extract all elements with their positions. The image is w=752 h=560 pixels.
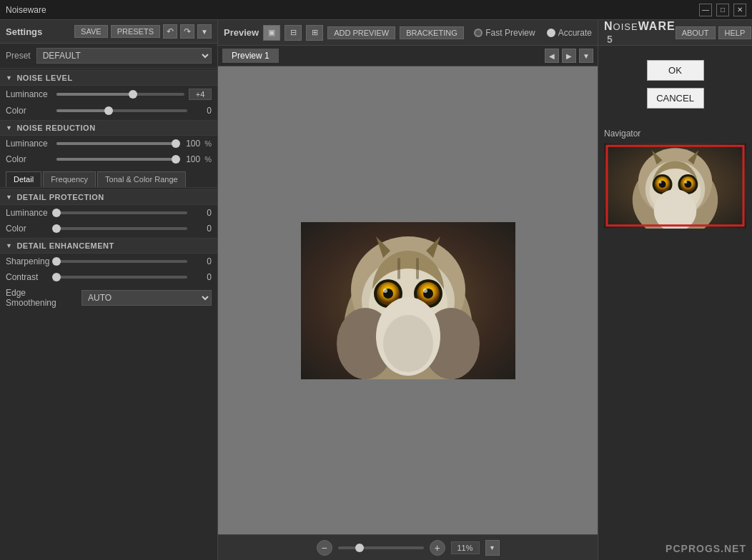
svg-point-39 [684, 181, 687, 184]
edge-smoothening-select[interactable]: AUTO [81, 290, 212, 306]
brand-noise: N [604, 20, 613, 32]
preview-tab-bar: Preview 1 ◀ ▶ ▼ [218, 46, 598, 66]
tab-frequency[interactable]: Frequency [43, 171, 96, 187]
luminance-slider-row: Luminance [0, 86, 217, 103]
title-bar-controls: — □ ✕ [699, 4, 746, 16]
dp-luminance-value: 0 [192, 208, 212, 218]
brand-version: 5 [607, 34, 613, 45]
preview-nav-expand[interactable]: ▼ [579, 49, 593, 63]
contrast-value: 0 [192, 272, 212, 282]
zoom-dropdown-button[interactable]: ▼ [485, 540, 500, 556]
nr-luminance-slider-row: Luminance 100 % [0, 136, 217, 151]
edge-smoothening-label: Edge Smoothening [6, 288, 77, 308]
dp-color-slider[interactable] [56, 227, 187, 230]
detail-enhancement-section-header[interactable]: ▼ DETAIL ENHANCEMENT [0, 238, 217, 254]
watermark: PCPROGS.NET [598, 540, 752, 560]
svg-point-35 [659, 181, 662, 184]
right-header-buttons: ABOUT HELP [676, 26, 752, 39]
view-split-button[interactable]: ⊟ [285, 25, 302, 41]
preset-label: Preset [6, 51, 31, 61]
noise-level-title: NOISE LEVEL [16, 74, 72, 82]
luminance-value-box[interactable] [189, 89, 212, 100]
save-button[interactable]: SAVE [74, 25, 108, 38]
detail-protection-arrow: ▼ [6, 194, 12, 201]
fast-preview-radio[interactable] [474, 29, 483, 37]
preview-tab-1[interactable]: Preview 1 [222, 49, 279, 63]
contrast-slider[interactable] [56, 276, 187, 279]
app-title: Noiseware [6, 5, 46, 15]
nr-luminance-slider[interactable] [56, 142, 176, 145]
navigator-inner [604, 143, 746, 229]
svg-point-10 [383, 289, 387, 293]
close-button[interactable]: ✕ [733, 4, 746, 16]
fast-preview-label: Fast Preview [485, 28, 535, 38]
dp-luminance-label: Luminance [6, 208, 52, 218]
preset-select[interactable]: DEFAULT [36, 48, 212, 64]
preset-row: Preset DEFAULT [0, 44, 217, 69]
view-columns-button[interactable]: ⊞ [306, 25, 323, 41]
zoom-value-box[interactable] [451, 541, 480, 554]
preview-nav-prev[interactable]: ◀ [545, 49, 559, 63]
nr-color-slider-row: Color 100 % [0, 151, 217, 167]
minimize-button[interactable]: — [699, 4, 712, 16]
zoom-slider[interactable] [338, 546, 424, 549]
accurate-option: Accurate [547, 28, 592, 38]
sharpening-slider[interactable] [56, 260, 187, 263]
detail-protection-section-header[interactable]: ▼ DETAIL PROTECTION [0, 189, 217, 205]
nr-luminance-label: Luminance [6, 139, 52, 149]
add-preview-button[interactable]: ADD PREVIEW [327, 26, 395, 39]
svg-point-22 [383, 315, 433, 372]
detail-enhancement-title: DETAIL ENHANCEMENT [16, 241, 114, 250]
brand-ware: WARE [638, 20, 676, 32]
noise-reduction-section-header[interactable]: ▼ NOISE REDUCTION [0, 120, 217, 136]
accurate-label: Accurate [558, 28, 592, 38]
sharpening-value: 0 [192, 256, 212, 266]
zoom-slider-thumb[interactable] [355, 544, 364, 552]
color-slider[interactable] [56, 109, 187, 112]
navigator-preview [604, 143, 746, 229]
header-buttons: SAVE PRESETS ↶ ↷ ▼ [74, 24, 212, 39]
luminance-slider[interactable] [56, 93, 184, 96]
dp-color-label: Color [6, 224, 52, 234]
zoom-in-button[interactable]: + [430, 540, 445, 556]
nr-luminance-pct: % [204, 139, 212, 148]
bracketing-button[interactable]: BRACKETING [400, 26, 464, 39]
settings-dropdown[interactable]: ▼ [197, 24, 212, 39]
tab-detail[interactable]: Detail [6, 171, 41, 187]
preview-title: Preview [224, 27, 259, 38]
view-single-button[interactable]: ▣ [263, 25, 280, 41]
luminance-label: Luminance [6, 89, 52, 99]
noise-reduction-title: NOISE REDUCTION [16, 124, 95, 132]
noise-reduction-arrow: ▼ [6, 124, 12, 131]
zoom-out-button[interactable]: − [317, 540, 332, 556]
maximize-button[interactable]: □ [716, 4, 729, 16]
color-label: Color [6, 106, 52, 116]
nr-color-slider[interactable] [56, 158, 176, 161]
settings-header: Settings SAVE PRESETS ↶ ↷ ▼ [0, 20, 217, 44]
contrast-label: Contrast [6, 272, 52, 282]
dp-luminance-slider[interactable] [56, 211, 187, 214]
tab-tonal-color-range[interactable]: Tonal & Color Range [97, 171, 186, 187]
redo-button[interactable]: ↷ [180, 24, 194, 39]
ok-button[interactable]: OK [647, 60, 704, 81]
cancel-button[interactable]: CANCEL [647, 88, 704, 109]
watermark-text: PCPROGS.NET [666, 543, 746, 554]
help-button[interactable]: HELP [718, 26, 752, 39]
preview-nav-next[interactable]: ▶ [562, 49, 576, 63]
brand-oise: OISE [613, 21, 638, 32]
navigator-section: Navigator [598, 123, 752, 540]
undo-button[interactable]: ↶ [163, 24, 177, 39]
about-button[interactable]: ABOUT [676, 26, 716, 39]
title-bar-left: Noiseware [6, 5, 46, 15]
noise-level-section-header[interactable]: ▼ NOISE LEVEL [0, 70, 217, 86]
presets-button[interactable]: PRESETS [111, 25, 160, 38]
settings-title: Settings [6, 26, 42, 37]
brand-title: NOISEWARE 5 [604, 20, 676, 46]
detail-enhancement-arrow: ▼ [6, 242, 12, 249]
main-layout: Settings SAVE PRESETS ↶ ↷ ▼ Preset DEFAU… [0, 20, 752, 560]
accurate-radio[interactable] [547, 29, 555, 37]
svg-point-14 [423, 289, 427, 293]
sharpening-label: Sharpening [6, 256, 52, 266]
detail-protection-title: DETAIL PROTECTION [16, 193, 104, 201]
preview-area [218, 66, 598, 534]
